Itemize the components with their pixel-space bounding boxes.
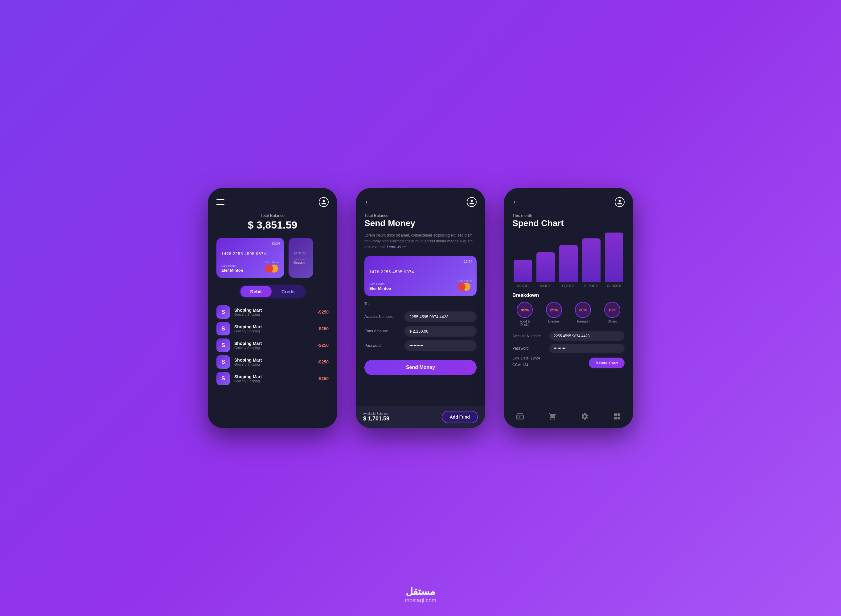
- list-item[interactable]: S Shoping Mart Grocery Shoping -$250: [216, 355, 329, 369]
- transaction-name: Shoping Mart: [234, 374, 313, 379]
- credit-card-secondary[interactable]: 1478 22 Card Hold Goutam: [288, 238, 313, 278]
- form-to-label: To: [365, 302, 476, 308]
- breakdown-circle-food: 45%: [517, 302, 533, 318]
- chart-label-5: $2,200.00: [605, 284, 623, 287]
- user-icon[interactable]: [467, 197, 476, 207]
- dashboard-header: [216, 197, 329, 207]
- available-balance-label: Available Balance: [363, 412, 390, 415]
- breakdown-title: Breakdown: [512, 293, 625, 298]
- chart-bar-3: [559, 245, 578, 282]
- learn-more-link[interactable]: Learn More: [387, 245, 406, 249]
- cards-row: 12/24 1478 2255 4595 9874 Card Holder El…: [216, 238, 329, 278]
- list-item[interactable]: S Shoping Mart Grocery Shoping -$250: [216, 339, 329, 352]
- transaction-name: Shoping Mart: [234, 358, 313, 362]
- chart-label-3: $1,200.00: [559, 284, 578, 287]
- transaction-amount: -$250: [318, 326, 329, 331]
- page-subtitle: This month: [512, 213, 625, 218]
- card-footer: Card Holder Eler Minton Card Name: [369, 279, 472, 291]
- transaction-sub: Grocery Shoping: [234, 329, 313, 333]
- page-title: Send Money: [365, 219, 476, 228]
- small-card-holder-name: Goutam: [294, 261, 308, 264]
- nav-grid-icon[interactable]: [612, 411, 623, 422]
- transaction-icon: S: [216, 372, 230, 385]
- hamburger-icon[interactable]: [216, 199, 225, 205]
- card-holder-label: Card Holder: [369, 282, 391, 286]
- account-number-info-label: Account Number:: [512, 334, 549, 338]
- card-holder-name: Eler Minton: [221, 268, 243, 273]
- breakdown-item-food: 45% Food &Drinks: [512, 302, 537, 327]
- transaction-name: Shoping Mart: [234, 324, 313, 329]
- breakdown-name-food: Food &Drinks: [520, 320, 529, 327]
- exp-date: Exp. Date: 12/24: [512, 356, 540, 360]
- breakdown-circle-dresses: 25%: [546, 302, 562, 318]
- credit-card-main[interactable]: 12/24 1478 2255 4595 9874 Card Holder El…: [216, 238, 284, 278]
- account-number-info-value: 2255 4595 9874 4423: [549, 331, 625, 341]
- ccv: CCV: 134: [512, 363, 540, 367]
- breakdown-name-dresses: Dresses: [548, 320, 560, 323]
- balance-amount: $ 3,851.59: [216, 219, 329, 231]
- phone-spend-chart: ← This month Spend Chart $400.00 $800.00…: [504, 188, 633, 428]
- mc-red-circle: [457, 283, 466, 291]
- user-icon[interactable]: [615, 197, 625, 207]
- transaction-icon: S: [216, 305, 230, 319]
- available-balance: Available Balance $ 1,701.59: [363, 412, 390, 422]
- phones-container: Total Balance $ 3,851.59 12/24 1478 2255…: [208, 188, 633, 428]
- transaction-amount: -$250: [318, 309, 329, 314]
- breakdown-name-others: Others: [608, 320, 617, 323]
- debit-toggle[interactable]: Debit: [240, 286, 272, 297]
- nav-cart-icon[interactable]: [547, 411, 558, 422]
- watermark: مستقل mostaql.com: [405, 585, 436, 604]
- small-card-holder-label: Card Hold: [294, 258, 308, 261]
- transaction-name: Shoping Mart: [234, 308, 313, 312]
- card-expiry: 12/24: [464, 260, 472, 263]
- transaction-sub: Grocery Shoping: [234, 379, 313, 383]
- send-money-button[interactable]: Send Money: [365, 360, 476, 375]
- transaction-info: Shoping Mart Grocery Shoping: [234, 374, 313, 383]
- password-input[interactable]: ••••••••••: [404, 340, 476, 351]
- card-holder-label: Card Holder: [221, 264, 243, 267]
- card-expiry: 12/24: [271, 242, 280, 245]
- toggle-btn: Debit Credit: [239, 285, 306, 298]
- chart-label-1: $400.00: [514, 284, 532, 287]
- back-icon[interactable]: ←: [365, 198, 371, 206]
- card-holder-name: Eler Minton: [369, 286, 391, 291]
- password-info-label: Password:: [512, 346, 549, 351]
- list-item[interactable]: S Shoping Mart Grocery Shoping -$250: [216, 322, 329, 336]
- mc-red-circle: [265, 265, 273, 273]
- chart-label-2: $800.00: [537, 284, 555, 287]
- bottom-nav: [504, 406, 633, 428]
- nav-wallet-icon[interactable]: [515, 411, 526, 422]
- transaction-info: Shoping Mart Grocery Shoping: [234, 341, 313, 350]
- list-item[interactable]: S Shoping Mart Grocery Shoping -$250: [216, 305, 329, 319]
- user-icon[interactable]: [319, 197, 329, 207]
- transaction-name: Shoping Mart: [234, 341, 313, 346]
- breakdown-item-others: 10% Others: [600, 302, 625, 327]
- account-number-info-row: Account Number: 2255 4595 9874 4423: [512, 331, 625, 341]
- transaction-info: Shoping Mart Grocery Shoping: [234, 308, 313, 316]
- breakdown-circle-others: 10%: [604, 302, 620, 318]
- phone-send-money: ← Total Balance Send Money Lorem ipsum d…: [356, 188, 485, 428]
- add-fund-button[interactable]: Add Fund: [442, 411, 478, 423]
- chart-bar-2: [537, 252, 555, 282]
- mastercard-logo: [457, 283, 472, 291]
- back-icon[interactable]: ←: [512, 198, 519, 206]
- exp-delete-row: Exp. Date: 12/24 CCV: 134 Delete Card: [512, 356, 625, 370]
- password-label: Password:: [365, 343, 404, 348]
- breakdown-circle-transport: 20%: [575, 302, 591, 318]
- account-number-label: Account Number:: [365, 314, 404, 319]
- breakdown-item-transport: 20% Transport: [570, 302, 595, 327]
- exp-ccv: Exp. Date: 12/24 CCV: 134: [512, 356, 540, 370]
- breakdown-circles: 45% Food &Drinks 25% Dresses 20% Transpo…: [512, 302, 625, 327]
- breakdown-item-dresses: 25% Dresses: [542, 302, 567, 327]
- list-item[interactable]: S Shoping Mart Grocery Shoping -$250: [216, 372, 329, 385]
- nav-gear-icon[interactable]: [579, 411, 590, 422]
- amount-input[interactable]: $ 2,150.00: [404, 326, 476, 337]
- transaction-icon: S: [216, 355, 230, 369]
- account-number-input[interactable]: 2255 4595 9874 4423: [404, 311, 476, 322]
- credit-toggle[interactable]: Credit: [272, 286, 304, 297]
- password-info-row: Password: ••••••••••: [512, 344, 625, 353]
- send-money-card: 12/24 1478 2255 4595 9874 Card Holder El…: [365, 256, 476, 296]
- transaction-info: Shoping Mart Grocery Shoping: [234, 358, 313, 366]
- spend-chart-header: ←: [512, 197, 625, 207]
- delete-card-button[interactable]: Delete Card: [589, 358, 625, 368]
